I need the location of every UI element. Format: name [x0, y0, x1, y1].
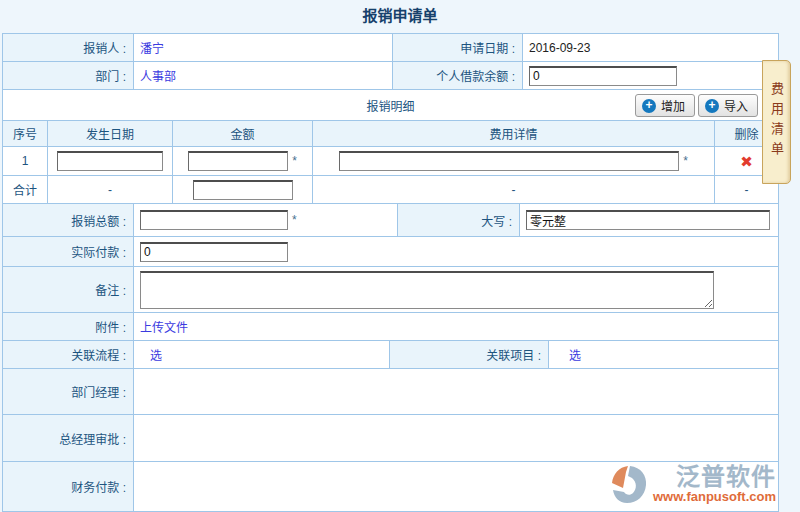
total-desc-dash: -	[313, 176, 715, 203]
detail-amount-cell: *	[173, 147, 313, 175]
total-amount-input-cell: *	[134, 204, 398, 236]
related-flow-label: 关联流程 :	[3, 341, 134, 368]
department-value-cell: 人事部	[134, 62, 393, 89]
add-detail-label: 增加	[661, 97, 685, 114]
row-dept-manager: 部门经理 :	[3, 369, 778, 415]
remark-cell	[134, 267, 778, 312]
attachment-cell: 上传文件	[134, 313, 778, 340]
total-label: 合计	[3, 176, 48, 203]
detail-desc-cell: *	[313, 147, 715, 175]
total-amount-label: 报销总额 :	[3, 204, 134, 236]
dept-manager-cell	[134, 369, 778, 414]
related-flow-link[interactable]: 选	[150, 346, 162, 363]
logo-url: www.fanpusoft.com	[653, 490, 776, 503]
related-project-label: 关联项目 :	[390, 341, 549, 368]
dept-manager-label: 部门经理 :	[3, 369, 134, 414]
add-detail-button[interactable]: + 增加	[635, 94, 695, 117]
row-related: 关联流程 : 选 关联项目 : 选	[3, 341, 778, 369]
detail-data-row: 1 * * ✖	[3, 147, 778, 176]
actual-payment-input[interactable]	[140, 242, 288, 262]
row-gm-approval: 总经理审批 :	[3, 415, 778, 462]
expense-form-table: 报销人 : 潘宁 申请日期 : 2016-09-23 部门 : 人事部 个人借款…	[2, 33, 779, 512]
detail-amount-input[interactable]	[188, 151, 288, 171]
gm-approval-cell	[134, 415, 778, 461]
remark-label: 备注 :	[3, 267, 134, 312]
loan-balance-input[interactable]	[529, 66, 677, 86]
detail-header-row: 序号 发生日期 金额 费用详情 删除	[3, 121, 778, 147]
related-project-link[interactable]: 选	[569, 346, 581, 363]
reimburser-value: 潘宁	[140, 39, 164, 56]
gm-approval-label: 总经理审批 :	[3, 415, 134, 461]
finance-payment-label: 财务付款 :	[3, 462, 134, 511]
delete-row-icon[interactable]: ✖	[740, 154, 753, 169]
import-detail-label: 导入	[724, 97, 748, 114]
department-value: 人事部	[140, 67, 176, 84]
logo-name: 泛普软件	[676, 464, 776, 490]
row-remark: 备注 :	[3, 267, 778, 313]
detail-buttons: + 增加 + 导入	[635, 94, 758, 117]
row-attachment: 附件 : 上传文件	[3, 313, 778, 341]
department-label: 部门 :	[3, 62, 134, 89]
uppercase-input[interactable]	[526, 210, 770, 230]
loan-balance-cell	[523, 62, 778, 89]
required-mark: *	[292, 213, 297, 227]
row-actual-payment: 实际付款 :	[3, 237, 778, 267]
col-header-seq: 序号	[3, 121, 48, 146]
row-detail-header: 报销明细 + 增加 + 导入	[3, 90, 778, 121]
plus-icon: +	[705, 99, 719, 113]
total-amount-input[interactable]	[193, 180, 293, 200]
col-header-desc: 费用详情	[313, 121, 715, 146]
apply-date-label: 申请日期 :	[393, 34, 523, 61]
reimburse-total-input[interactable]	[140, 210, 288, 230]
expense-list-side-tab[interactable]: 费用清单	[762, 60, 791, 184]
col-header-amount: 金额	[173, 121, 313, 146]
apply-date-value: 2016-09-23	[523, 34, 778, 61]
detail-seq: 1	[3, 147, 48, 175]
upload-file-link[interactable]: 上传文件	[140, 318, 188, 335]
related-flow-cell: 选	[134, 341, 390, 368]
fanpu-logo: 泛普软件 www.fanpusoft.com	[609, 464, 776, 506]
row-reimburser: 报销人 : 潘宁 申请日期 : 2016-09-23	[3, 34, 778, 62]
required-mark: *	[292, 154, 297, 168]
total-date-dash: -	[48, 176, 173, 203]
detail-date-input[interactable]	[57, 151, 163, 171]
detail-desc-input[interactable]	[339, 151, 679, 171]
import-detail-button[interactable]: + 导入	[698, 94, 758, 117]
required-mark: *	[683, 154, 688, 168]
detail-date-cell	[48, 147, 173, 175]
uppercase-label: 大写 :	[398, 204, 520, 236]
reimburser-label: 报销人 :	[3, 34, 134, 61]
attachment-label: 附件 :	[3, 313, 134, 340]
actual-payment-cell	[134, 237, 778, 266]
reimburser-value-cell: 潘宁	[134, 34, 393, 61]
uppercase-cell	[520, 204, 778, 236]
col-header-date: 发生日期	[48, 121, 173, 146]
loan-balance-label: 个人借款余额 :	[393, 62, 523, 89]
plus-icon: +	[642, 99, 656, 113]
related-project-cell: 选	[549, 341, 778, 368]
page-title: 报销申请单	[0, 0, 800, 29]
total-amount-cell	[173, 176, 313, 203]
fanpu-logo-icon	[609, 464, 649, 506]
remark-textarea[interactable]	[140, 271, 714, 309]
detail-total-row: 合计 - - -	[3, 176, 778, 204]
row-department: 部门 : 人事部 个人借款余额 :	[3, 62, 778, 90]
actual-payment-label: 实际付款 :	[3, 237, 134, 266]
row-total-amount: 报销总额 : * 大写 :	[3, 204, 778, 237]
